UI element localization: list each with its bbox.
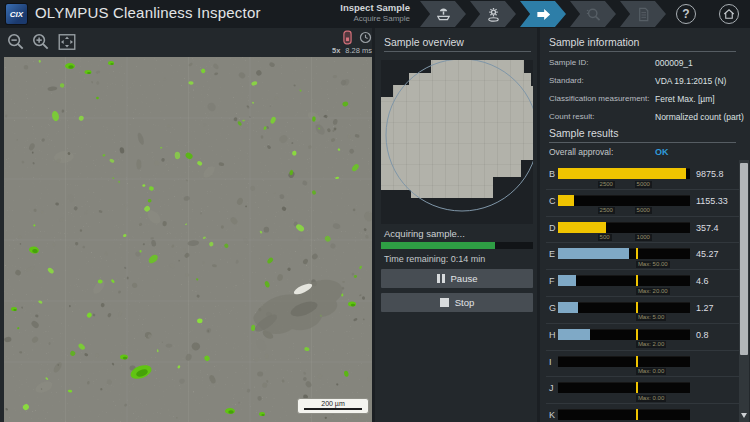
class-label: G xyxy=(549,303,556,313)
report-step[interactable] xyxy=(620,1,666,27)
fit-to-view-button[interactable] xyxy=(57,32,77,52)
max-threshold-marker xyxy=(636,248,638,259)
max-threshold-marker xyxy=(636,356,638,367)
overall-approval-label: Overall approval: xyxy=(549,147,613,157)
fit-to-view-icon xyxy=(57,32,77,52)
class-label: J xyxy=(549,383,554,393)
scale-bar-label: 200 µm xyxy=(298,399,368,408)
sample-overview-title: Sample overview xyxy=(384,36,531,48)
document-icon xyxy=(635,6,652,23)
result-row: D5001000357.4 xyxy=(546,217,739,244)
overall-approval-row: Overall approval: OK xyxy=(549,147,736,161)
info-row: Sample ID:000009_1 xyxy=(549,55,744,73)
bar-tick-label: Max: 20.00 xyxy=(636,288,670,295)
bar-tick-label: Max: 5.00 xyxy=(636,314,666,321)
workflow-substep-title: Acquire Sample xyxy=(300,14,410,23)
stop-button[interactable]: Stop xyxy=(381,293,533,312)
workflow-step-title: Inspect Sample xyxy=(300,3,410,14)
max-threshold-marker xyxy=(636,382,638,393)
home-button[interactable] xyxy=(719,4,739,24)
max-threshold-marker xyxy=(636,302,638,313)
home-icon xyxy=(723,8,735,20)
class-bar: Max: 5.00 xyxy=(558,302,690,313)
exposure-time-icon xyxy=(359,31,372,44)
section-rule xyxy=(549,51,736,52)
max-threshold-marker xyxy=(636,329,638,340)
class-label: B xyxy=(549,169,555,179)
class-value: 1155.33 xyxy=(696,196,728,206)
progress-fill xyxy=(381,242,495,249)
sample-overview-map xyxy=(381,60,533,224)
class-value: 357.4 xyxy=(696,223,719,233)
result-row: GMax: 5.001.27 xyxy=(546,297,739,324)
class-label: I xyxy=(549,357,552,367)
info-label: Standard: xyxy=(549,76,584,85)
class-value: 1.27 xyxy=(696,303,714,313)
result-row: HMax: 2.000.8 xyxy=(546,324,739,351)
max-threshold-marker xyxy=(636,275,638,286)
class-bar: Max: 20.00 xyxy=(558,275,690,286)
settings-step[interactable] xyxy=(470,1,516,27)
info-row: Standard:VDA 19.1:2015 (N) xyxy=(549,73,744,91)
scroll-down-button[interactable] xyxy=(739,409,749,422)
sample-overview-panel: Sample overview Acquiring sample... Time… xyxy=(375,28,537,422)
stop-label: Stop xyxy=(455,297,475,308)
info-value: VDA 19.1:2015 (N) xyxy=(655,76,726,86)
acquired-area xyxy=(381,60,533,198)
class-bar: 5001000 xyxy=(558,222,690,233)
info-value: Feret Max. [µm] xyxy=(655,94,715,104)
pause-label: Pause xyxy=(451,273,478,284)
result-row: EMax: 50.0045.27 xyxy=(546,243,739,270)
cix-logo: CIX xyxy=(6,4,27,24)
bar-tick-label: 5000 xyxy=(635,207,652,214)
sample-information-title: Sample information xyxy=(549,36,736,48)
microscopy-image xyxy=(4,57,372,422)
class-label: C xyxy=(549,196,556,206)
help-icon: ? xyxy=(682,7,689,21)
pause-button[interactable]: Pause xyxy=(381,269,533,288)
bar-tick-label: 2500 xyxy=(598,207,615,214)
bar-tick-label: Max: 50.00 xyxy=(636,261,670,268)
image-toolbar: 5x8.28 ms xyxy=(0,28,375,57)
time-remaining: Time remaining: 0:14 min xyxy=(384,254,485,264)
title-bar: CIX OLYMPUS Cleanliness Inspector Inspec… xyxy=(0,0,750,28)
class-value: 4.6 xyxy=(696,276,709,286)
bar-tick-label: Max: 2.00 xyxy=(636,341,666,348)
zoom-out-button[interactable] xyxy=(6,32,26,52)
overall-approval-value: OK xyxy=(655,147,669,157)
class-bar: Max: 50.00 xyxy=(558,248,690,259)
class-bar: 25005000 xyxy=(558,168,690,179)
zoom-out-icon xyxy=(6,32,26,52)
class-bar: Max: 0.00 xyxy=(558,356,690,367)
stop-icon xyxy=(440,298,449,307)
result-row: JMax: 0.00 xyxy=(546,377,739,404)
sample-information-list: Sample ID:000009_1Standard:VDA 19.1:2015… xyxy=(549,55,744,127)
info-row: Classification measurement:Feret Max. [µ… xyxy=(549,91,744,109)
class-label: H xyxy=(549,330,556,340)
exposure-value: 8.28 ms xyxy=(345,46,372,55)
class-label: K xyxy=(549,410,555,420)
scrollbar-thumb[interactable] xyxy=(740,163,748,355)
result-row: KMax: 0.00 xyxy=(546,404,739,422)
live-image-view[interactable]: 200 µm xyxy=(4,57,372,422)
max-threshold-marker xyxy=(636,409,638,420)
load-sample-step[interactable] xyxy=(420,1,466,27)
analyze-step[interactable] xyxy=(570,1,616,27)
bar-tick-label: Max: 0.00 xyxy=(636,368,666,375)
arrow-right-icon xyxy=(535,6,552,23)
class-bar: Max: 0.00 xyxy=(558,409,690,420)
class-value: 0.8 xyxy=(696,330,709,340)
info-row: Count result:Normalized count (part) xyxy=(549,109,744,127)
info-value: Normalized count (part) xyxy=(655,112,744,122)
class-bar: Max: 2.00 xyxy=(558,329,690,340)
acquire-step[interactable] xyxy=(520,1,566,27)
class-label: F xyxy=(549,276,555,286)
results-scrollbar[interactable] xyxy=(739,160,749,422)
bar-tick-label: Max: 0.00 xyxy=(636,395,666,402)
camera-status: 5x8.28 ms xyxy=(316,30,372,55)
sample-stage-icon xyxy=(435,6,452,23)
class-value: 9875.8 xyxy=(696,169,724,179)
section-rule xyxy=(549,142,736,143)
zoom-in-button[interactable] xyxy=(31,32,51,52)
help-button[interactable]: ? xyxy=(676,4,696,24)
